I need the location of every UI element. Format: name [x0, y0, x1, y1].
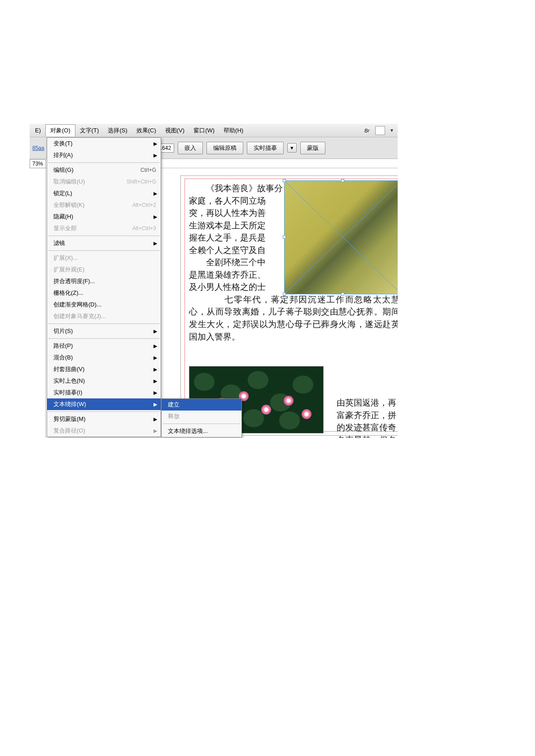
menu-item-label: 滤镜: [53, 239, 156, 247]
menu-item-label: 取消编组(U): [53, 178, 118, 186]
menu-item-label: 变换(T): [53, 140, 156, 148]
menu-item-label: 显示全部: [53, 224, 124, 232]
menu-select[interactable]: 选择(S): [103, 125, 132, 136]
menu-item[interactable]: 栅格化(Z)...: [47, 287, 161, 299]
image-artwork: [285, 181, 398, 294]
menu-item-label: 路径(P): [53, 342, 156, 350]
live-trace-dropdown[interactable]: ▾: [287, 143, 297, 153]
menu-item-label: 锁定(L): [53, 189, 156, 197]
menu-separator: [48, 250, 160, 251]
bridge-icon[interactable]: Br: [363, 128, 371, 133]
menu-item[interactable]: 切片(S)▶: [47, 325, 161, 337]
submenu-arrow-icon: ▶: [153, 416, 157, 422]
submenu-arrow-icon: ▶: [153, 378, 157, 384]
menu-shortcut: Shift+Ctrl+G: [127, 179, 156, 185]
menu-shortcut: Ctrl+G: [140, 167, 156, 173]
embed-button[interactable]: 嵌入: [178, 142, 203, 154]
menu-item[interactable]: 编组(G)Ctrl+G: [47, 164, 161, 176]
menu-item-label: 创建对象马赛克(J)...: [53, 312, 156, 320]
menu-effect[interactable]: 效果(C): [132, 125, 161, 136]
menu-item-label: 拼合透明度(F)...: [53, 277, 156, 285]
resize-handle[interactable]: [341, 293, 344, 296]
zoom-level[interactable]: 73%: [30, 159, 46, 168]
menu-object[interactable]: 对象(O): [45, 124, 75, 136]
menu-item[interactable]: 隐藏(H)▶: [47, 211, 161, 223]
menu-item[interactable]: 排列(A)▶: [47, 149, 161, 161]
menu-item: 复合路径(O)▶: [47, 425, 161, 437]
menu-item: 扩展(X)...: [47, 252, 161, 264]
menu-item[interactable]: 实时描摹(I)▶: [47, 387, 161, 398]
live-trace-button[interactable]: 实时描摹: [247, 142, 284, 154]
submenu-arrow-icon: ▶: [153, 355, 157, 361]
menu-item-label: 隐藏(H): [53, 213, 156, 221]
placed-image-1[interactable]: [284, 180, 398, 294]
menu-item-label: 全部解锁(K): [53, 201, 124, 209]
menu-item-label: 剪切蒙版(M): [53, 415, 156, 423]
edit-original-button[interactable]: 编辑原稿: [206, 142, 243, 154]
ruler-vertical: [30, 168, 46, 438]
menu-item-label: 文本绕排(W): [53, 400, 156, 408]
menu-item[interactable]: 锁定(L)▶: [47, 188, 161, 199]
menu-type[interactable]: 文字(T): [75, 125, 104, 136]
submenu-item[interactable]: 文本绕排选项...: [162, 425, 241, 437]
submenu-arrow-icon: ▶: [153, 191, 157, 197]
menu-item[interactable]: 创建渐变网格(D)...: [47, 299, 161, 310]
menu-item-label: 排列(A): [53, 151, 156, 159]
submenu-item: 释放: [162, 411, 241, 422]
menu-item[interactable]: 文本绕排(W)▶: [47, 398, 161, 410]
menu-item-label: 栅格化(Z)...: [53, 289, 156, 297]
submenu-arrow-icon: ▶: [153, 328, 157, 334]
menu-item-label: 编组(G): [53, 166, 132, 174]
document-page: 《我本善良》故事分 家庭，各人不同立场 突，再以人性本为善 生游戏本是上天所定 …: [180, 175, 398, 436]
resize-handle[interactable]: [283, 179, 286, 182]
menu-item-label: 切片(S): [53, 327, 156, 335]
menu-item[interactable]: 封套扭曲(V)▶: [47, 363, 161, 375]
menu-item[interactable]: 剪切蒙版(M)▶: [47, 413, 161, 425]
submenu-arrow-icon: ▶: [153, 141, 157, 147]
submenu-arrow-icon: ▶: [153, 402, 157, 407]
resize-handle[interactable]: [341, 179, 344, 182]
menu-item: 全部解锁(K)Alt+Ctrl+2: [47, 199, 161, 211]
dropdown-arrow-icon[interactable]: ▼: [390, 128, 394, 133]
menu-item: 创建对象马赛克(J)...: [47, 310, 161, 322]
menu-view[interactable]: 视图(V): [161, 125, 189, 136]
menu-item-label: 混合(B): [53, 354, 156, 362]
submenu-item[interactable]: 建立: [162, 399, 241, 411]
menu-item-label: 实时上色(N): [53, 377, 156, 385]
resize-handle[interactable]: [283, 236, 286, 239]
submenu-arrow-icon: ▶: [153, 390, 157, 396]
menu-item[interactable]: 路径(P)▶: [47, 340, 161, 352]
menu-item[interactable]: 实时上色(N)▶: [47, 375, 161, 387]
arrange-docs-icon[interactable]: [375, 126, 385, 135]
submenu-arrow-icon: ▶: [153, 214, 157, 220]
coord-link[interactable]: 85aa: [32, 145, 44, 151]
submenu-arrow-icon: ▶: [153, 367, 157, 372]
menu-item[interactable]: 混合(B)▶: [47, 352, 161, 363]
menu-item[interactable]: 拼合透明度(F)...: [47, 275, 161, 287]
menu-item[interactable]: 滤镜▶: [47, 237, 161, 249]
menu-prefix: E): [31, 125, 45, 135]
menu-window[interactable]: 窗口(W): [189, 125, 219, 136]
app-window: E) 对象(O) 文字(T) 选择(S) 效果(C) 视图(V) 窗口(W) 帮…: [30, 124, 398, 438]
menu-help[interactable]: 帮助(H): [219, 125, 248, 136]
submenu-arrow-icon: ▶: [153, 153, 157, 158]
menu-separator: [162, 424, 241, 424]
menu-item[interactable]: 变换(T)▶: [47, 138, 161, 149]
menu-item-label: 封套扭曲(V): [53, 365, 156, 373]
menu-shortcut: Alt+Ctrl+2: [132, 202, 156, 208]
mask-button[interactable]: 蒙版: [300, 142, 325, 154]
resize-handle[interactable]: [283, 293, 286, 296]
menu-separator: [48, 411, 160, 412]
menu-shortcut: Alt+Ctrl+3: [132, 225, 156, 232]
object-menu-dropdown: 变换(T)▶排列(A)▶编组(G)Ctrl+G取消编组(U)Shift+Ctrl…: [47, 137, 161, 437]
body-text-paragraph: 七零年代，蒋定邦因沉迷工作而忽略太太慧心，从而导致离婚，儿子蒋子聪则交由慧心抚养…: [189, 293, 398, 343]
menu-item-label: 扩展(X)...: [53, 254, 156, 262]
menu-item-label: 创建渐变网格(D)...: [53, 301, 156, 309]
menu-item: 取消编组(U)Shift+Ctrl+G: [47, 176, 161, 188]
menu-item-label: 复合路径(O): [53, 427, 156, 435]
menu-item: 显示全部Alt+Ctrl+3: [47, 223, 161, 234]
menu-separator: [48, 162, 160, 163]
submenu-arrow-icon: ▶: [153, 343, 157, 349]
text-wrap-submenu: 建立释放文本绕排选项...: [161, 398, 242, 437]
menu-separator: [48, 323, 160, 324]
